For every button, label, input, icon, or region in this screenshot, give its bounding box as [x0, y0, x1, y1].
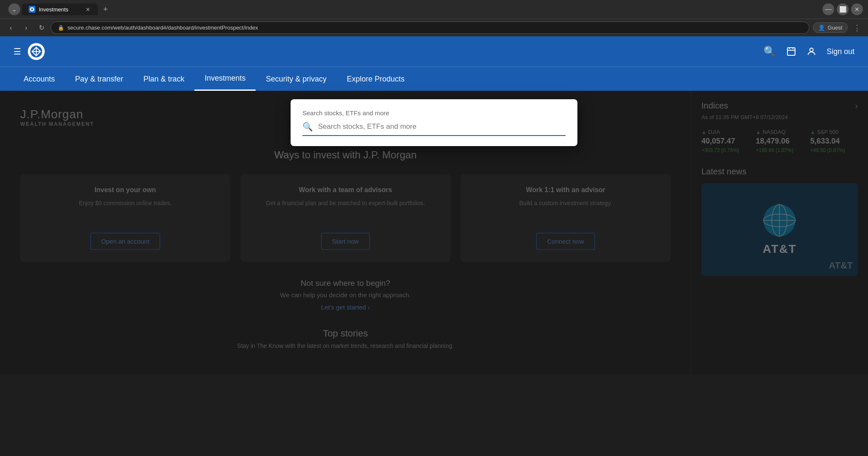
nasdaq-change: +195.66 (1.07%)	[756, 147, 803, 153]
open-account-btn[interactable]: Open an account	[90, 233, 160, 250]
sp500-up-arrow: ▲	[810, 129, 815, 135]
index-djia: ▲ DJIA 40,057.47 +303.72 (0.76%)	[701, 129, 749, 153]
nav-explore-products[interactable]: Explore Products	[337, 68, 415, 90]
indices-title: Indices	[701, 101, 728, 111]
minimize-btn[interactable]: —	[822, 3, 834, 15]
not-sure-section: Not sure where to begin? We can help you…	[20, 279, 671, 311]
search-icon-btn[interactable]: 🔍	[763, 46, 776, 57]
not-sure-title: Not sure where to begin?	[20, 279, 671, 288]
browser-menu-btn[interactable]: ⋮	[851, 22, 863, 34]
tab-label: Investments	[39, 6, 68, 13]
nav-investments[interactable]: Investments	[194, 67, 256, 91]
invest-card-0: Invest on your own Enjoy $0 commission o…	[20, 174, 230, 262]
top-stories-desc: Stay in The Know with the latest on mark…	[20, 342, 671, 349]
sidebar: Indices › As of 11:35 PM GMT+8 07/12/202…	[691, 91, 868, 375]
active-tab[interactable]: Investments ✕	[22, 3, 98, 15]
hamburger-btn[interactable]: ☰	[13, 46, 21, 57]
address-bar[interactable]: 🔒 secure.chase.com/web/auth/dashboard#/d…	[51, 22, 809, 34]
invest-card-2: Work 1:1 with an advisor Build a custom …	[461, 174, 671, 262]
nav-security-privacy[interactable]: Security & privacy	[256, 68, 337, 90]
user-icon-btn[interactable]	[806, 46, 817, 57]
main-content: J.P.Morgan WEALTH MANAGEMENT Ways to inv…	[0, 91, 868, 375]
forward-btn[interactable]: ›	[20, 22, 32, 34]
tab-dropdown-btn[interactable]: ⌄	[8, 3, 20, 15]
card-title-2: Work 1:1 with an advisor	[469, 186, 662, 194]
ways-to-invest-section: Ways to invest with J.P. Morgan Invest o…	[20, 141, 671, 358]
chase-header: ☰ 🔍	[0, 36, 868, 67]
card-title-0: Invest on your own	[29, 186, 222, 194]
att-globe-icon	[763, 204, 796, 237]
invest-card-1: Work with a team of advisors Get a finan…	[240, 174, 450, 262]
profile-label: Guest	[828, 24, 842, 31]
sp500-value: 5,633.04	[810, 137, 858, 146]
top-stories-title: Top stories	[20, 328, 671, 339]
search-overlay: Search stocks, ETFs and more 🔍	[291, 99, 577, 146]
index-nasdaq: ▲ NASDAQ 18,479.06 +195.66 (1.07%)	[756, 129, 803, 153]
att-logo-area: AT&T	[763, 204, 797, 256]
url-text: secure.chase.com/web/auth/dashboard#/das…	[67, 24, 258, 31]
profile-icon: 👤	[818, 24, 825, 31]
news-image: AT&T AT&T	[701, 183, 858, 276]
indices-arrow[interactable]: ›	[855, 101, 858, 111]
search-icon-blue: 🔍	[302, 122, 313, 132]
chase-logo	[28, 43, 45, 60]
djia-value: 40,057.47	[701, 137, 749, 146]
not-sure-desc: We can help you decide on the right appr…	[20, 291, 671, 299]
djia-up-arrow: ▲	[701, 129, 706, 135]
reload-btn[interactable]: ↻	[35, 22, 47, 34]
nav-bar: Accounts Pay & transfer Plan & track Inv…	[0, 67, 868, 91]
get-started-link[interactable]: Let's get started ›	[321, 304, 369, 311]
ways-title: Ways to invest with J.P. Morgan	[20, 149, 671, 161]
att-text: AT&T	[763, 242, 797, 256]
card-title-1: Work with a team of advisors	[249, 186, 442, 194]
search-input-row: 🔍	[302, 122, 566, 136]
index-nasdaq-name: ▲ NASDAQ	[756, 129, 803, 135]
search-label: Search stocks, ETFs and more	[302, 109, 566, 117]
sign-out-btn[interactable]: Sign out	[827, 47, 855, 56]
back-btn[interactable]: ‹	[5, 22, 17, 34]
top-stories-section: Top stories Stay in The Know with the la…	[20, 328, 671, 349]
indices-header: Indices ›	[701, 101, 858, 111]
connect-now-btn[interactable]: Connect now	[536, 233, 595, 250]
tab-close-btn[interactable]: ✕	[84, 6, 91, 13]
nav-pay-transfer[interactable]: Pay & transfer	[65, 68, 133, 90]
browser-window: ⌄ Investments ✕ + — ⬜ ✕ ‹ › ↻ 🔒 secure.c…	[0, 0, 868, 456]
address-bar-row: ‹ › ↻ 🔒 secure.chase.com/web/auth/dashbo…	[0, 19, 868, 36]
card-desc-1: Get a financial plan and be matched to e…	[249, 199, 442, 224]
chevron-right-icon: ›	[368, 304, 370, 311]
card-desc-0: Enjoy $0 commission online trades.	[29, 199, 222, 224]
index-sp500-name: ▲ S&P 500	[810, 129, 858, 135]
search-input[interactable]	[318, 122, 566, 131]
chase-logo-inner	[30, 46, 42, 57]
index-sp500: ▲ S&P 500 5,633.04 +48.50 (0.87%)	[810, 129, 858, 153]
indices-date: As of 11:35 PM GMT+8 07/12/2024	[701, 114, 858, 120]
card-desc-2: Build a custom investment strategy.	[469, 199, 662, 224]
maximize-btn[interactable]: ⬜	[837, 3, 849, 15]
nav-plan-track[interactable]: Plan & track	[133, 68, 194, 90]
header-icons: 🔍 Sign out	[763, 46, 855, 57]
nasdaq-value: 18,479.06	[756, 137, 803, 146]
invest-cards: Invest on your own Enjoy $0 commission o…	[20, 174, 671, 262]
notifications-icon-btn[interactable]	[786, 46, 796, 57]
index-djia-name: ▲ DJIA	[701, 129, 749, 135]
tab-favicon	[29, 6, 35, 13]
tabs-container: ⌄ Investments ✕ +	[8, 3, 111, 15]
svg-point-5	[810, 48, 813, 52]
profile-btn[interactable]: 👤 Guest	[813, 22, 848, 33]
nav-accounts[interactable]: Accounts	[13, 68, 65, 90]
indices-grid: ▲ DJIA 40,057.47 +303.72 (0.76%) ▲ NASDA…	[701, 129, 858, 153]
new-tab-btn[interactable]: +	[100, 3, 111, 15]
att-overlay-text: AT&T	[829, 260, 853, 271]
start-now-btn[interactable]: Start now	[321, 233, 369, 250]
lock-icon: 🔒	[58, 25, 64, 31]
latest-news-title: Latest news	[701, 167, 858, 176]
close-btn[interactable]: ✕	[851, 3, 863, 15]
sp500-change: +48.50 (0.87%)	[810, 147, 858, 153]
svg-rect-4	[787, 48, 795, 55]
nasdaq-up-arrow: ▲	[756, 129, 761, 135]
djia-change: +303.72 (0.76%)	[701, 147, 749, 153]
tab-bar: ⌄ Investments ✕ + — ⬜ ✕	[0, 0, 868, 19]
